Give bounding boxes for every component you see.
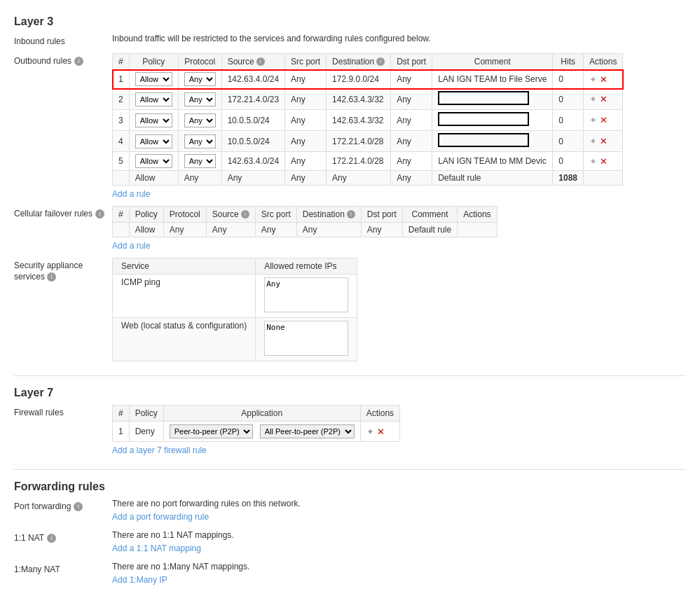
dest-info-icon[interactable]: i <box>376 57 385 66</box>
l7-app2-select[interactable]: All Peer-to-peer (P2P) <box>260 424 355 438</box>
row-actions-3: ✦✕ <box>589 115 617 125</box>
policy-select-2[interactable]: Allow <box>135 92 172 106</box>
icmp-ips-input[interactable]: Any <box>264 277 348 312</box>
l7-row-actions: ✦ ✕ <box>366 427 394 437</box>
nat-1to1-content: There are no 1:1 NAT mappings. Add a 1:1… <box>112 530 686 553</box>
outbound-content: # Policy Protocol Source i Src port Dest… <box>112 53 686 199</box>
inbound-label: Inbound rules <box>14 34 112 46</box>
cell-dest-info-icon[interactable]: i <box>347 210 355 219</box>
port-forwarding-info-icon[interactable]: i <box>74 502 83 511</box>
firewall-label: Firewall rules <box>14 405 112 417</box>
port-forwarding-label: Port forwarding i <box>14 499 112 511</box>
firewall-content: # Policy Application Actions 1 Deny Peer… <box>112 405 686 455</box>
policy-select-5[interactable]: Allow <box>135 154 172 168</box>
cell-col-srcport: Src port <box>255 207 296 223</box>
col-srcport: Src port <box>285 54 327 70</box>
drag-icon-1[interactable]: ✦ <box>589 74 597 85</box>
l7-row-1: 1 Deny Peer-to-peer (P2P) All Peer-to-pe… <box>113 422 400 442</box>
svc-row-web: Web (local status & configuration) None <box>113 318 357 361</box>
nat-1to1-row: 1:1 NAT i There are no 1:1 NAT mappings.… <box>14 530 686 553</box>
policy-select-4[interactable]: Allow <box>135 134 172 148</box>
layer3-divider <box>14 375 686 376</box>
add-cellular-rule-link[interactable]: Add a rule <box>112 241 151 251</box>
layer7-title: Layer 7 <box>14 387 686 399</box>
proto-select-1[interactable]: Any <box>184 72 216 86</box>
col-num: # <box>113 54 130 70</box>
cellular-rules-row: Cellular failover rules i # Policy Proto… <box>14 206 686 251</box>
l7-delete-icon[interactable]: ✕ <box>377 427 385 437</box>
nat-1tomany-row: 1:Many NAT There are no 1:Many NAT mappi… <box>14 562 686 585</box>
cell-col-comment: Comment <box>402 207 457 223</box>
add-port-forwarding-link[interactable]: Add a port forwarding rule <box>112 512 209 522</box>
add-nat-1tomany-link[interactable]: Add 1:Many IP <box>112 575 167 585</box>
nat-1to1-label: 1:1 NAT i <box>14 530 112 543</box>
drag-icon-4[interactable]: ✦ <box>589 136 597 146</box>
col-protocol: Protocol <box>178 54 221 70</box>
drag-icon-3[interactable]: ✦ <box>589 115 597 125</box>
nat-1tomany-label: 1:Many NAT <box>14 562 112 574</box>
cell-source-info-icon[interactable]: i <box>241 210 249 219</box>
col-destination: Destination i <box>327 54 391 70</box>
web-ips-input[interactable]: None <box>264 321 348 356</box>
svc-col-service: Service <box>113 258 256 275</box>
delete-icon-4[interactable]: ✕ <box>600 136 608 146</box>
l7-col-policy: Policy <box>129 406 163 422</box>
nat-1tomany-text: There are no 1:Many NAT mappings. <box>112 562 686 571</box>
col-comment: Comment <box>432 54 553 70</box>
l7-col-application: Application <box>163 406 360 422</box>
outbound-row-1: 1AllowAny142.63.4.0/24Any172.9.0.0/24Any… <box>113 70 623 89</box>
nat-1to1-text: There are no 1:1 NAT mappings. <box>112 530 686 540</box>
l7-col-actions: Actions <box>360 406 399 422</box>
delete-icon-3[interactable]: ✕ <box>600 115 608 125</box>
layer7-divider <box>14 469 686 470</box>
proto-select-3[interactable]: Any <box>184 113 216 127</box>
proto-select-4[interactable]: Any <box>184 134 216 148</box>
l7-app1-select[interactable]: Peer-to-peer (P2P) <box>170 424 253 438</box>
services-label: Security appliance services i <box>14 258 112 282</box>
layer3-section: Layer 3 Inbound rules Inbound traffic wi… <box>14 15 686 361</box>
cellular-content: # Policy Protocol Source i Src port Dest… <box>112 206 686 251</box>
row-actions-4: ✦✕ <box>589 136 617 146</box>
forwarding-title: Forwarding rules <box>14 480 686 493</box>
proto-select-2[interactable]: Any <box>184 92 216 106</box>
delete-icon-1[interactable]: ✕ <box>600 74 608 85</box>
inbound-content: Inbound traffic will be restricted to th… <box>112 34 686 43</box>
drag-icon-2[interactable]: ✦ <box>589 94 597 104</box>
proto-select-5[interactable]: Any <box>184 154 216 168</box>
outbound-row-2: 2AllowAny172.21.4.0/23Any142.63.4.3/32An… <box>113 89 623 110</box>
cell-col-num: # <box>113 207 130 223</box>
outbound-row-4: 4AllowAny10.0.5.0/24Any172.21.4.0/28Any0… <box>113 131 623 152</box>
nat-1tomany-content: There are no 1:Many NAT mappings. Add 1:… <box>112 562 686 585</box>
cell-col-actions: Actions <box>458 207 497 223</box>
add-nat-1to1-link[interactable]: Add a 1:1 NAT mapping <box>112 543 201 553</box>
nat-1to1-info-icon[interactable]: i <box>47 534 56 543</box>
add-outbound-rule-link[interactable]: Add a rule <box>112 189 151 199</box>
drag-icon-5[interactable]: ✦ <box>589 156 597 167</box>
cell-col-dstport: Dst port <box>361 207 402 223</box>
row-actions-2: ✦✕ <box>589 94 617 104</box>
delete-icon-2[interactable]: ✕ <box>600 94 608 104</box>
services-content: Service Allowed remote IPs ICMP ping Any… <box>112 258 686 361</box>
add-l7-rule-link[interactable]: Add a layer 7 firewall rule <box>112 445 207 455</box>
row-actions-5: ✦✕ <box>589 156 617 167</box>
source-info-icon[interactable]: i <box>256 57 265 66</box>
delete-icon-5[interactable]: ✕ <box>600 156 608 167</box>
cellular-info-icon[interactable]: i <box>95 209 104 219</box>
outbound-default-row: AllowAnyAnyAnyAnyAnyDefault rule1088 <box>113 171 623 186</box>
services-info-icon[interactable]: i <box>47 272 56 282</box>
policy-select-1[interactable]: Allow <box>135 72 172 86</box>
outbound-info-icon[interactable]: i <box>74 57 83 66</box>
col-actions: Actions <box>584 54 623 70</box>
inbound-description: Inbound traffic will be restricted to th… <box>112 34 431 43</box>
cell-col-policy: Policy <box>129 207 163 223</box>
cellular-label: Cellular failover rules i <box>14 206 112 219</box>
row-actions-1: ✦✕ <box>589 74 617 85</box>
svc-row-icmp: ICMP ping Any <box>113 275 357 318</box>
l7-drag-icon[interactable]: ✦ <box>366 427 374 437</box>
policy-select-3[interactable]: Allow <box>135 113 172 127</box>
outbound-table: # Policy Protocol Source i Src port Dest… <box>112 53 623 186</box>
cell-col-protocol: Protocol <box>163 207 206 223</box>
outbound-row-3: 3AllowAny10.0.5.0/24Any142.63.4.3/32Any0… <box>113 110 623 131</box>
outbound-label: Outbound rules i <box>14 53 112 66</box>
cellular-default-row: Allow Any Any Any Any Any Default rule <box>113 223 497 237</box>
